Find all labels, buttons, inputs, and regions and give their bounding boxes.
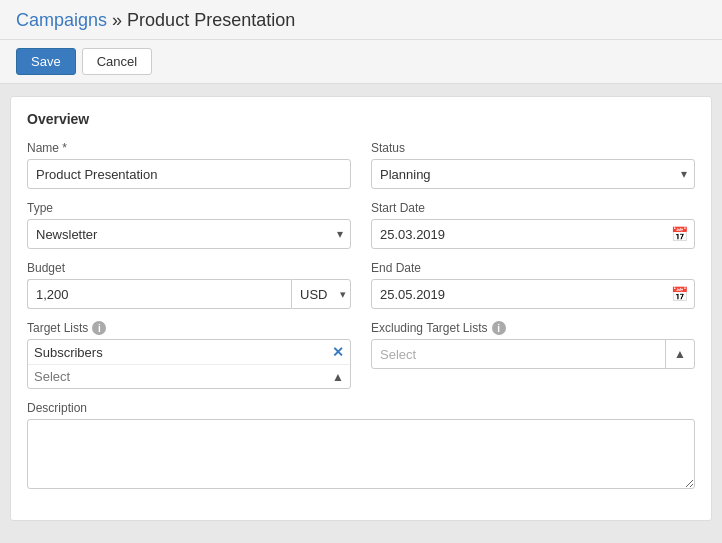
description-group: Description bbox=[27, 401, 695, 492]
target-lists-search-input[interactable] bbox=[34, 369, 332, 384]
target-lists-multi-select: Subscribers ✕ ▲ bbox=[27, 339, 351, 389]
end-date-calendar-icon[interactable]: 📅 bbox=[671, 286, 688, 302]
status-select[interactable]: Planning Active Inactive Completed bbox=[371, 159, 695, 189]
target-lists-input-row: ▲ bbox=[28, 365, 350, 388]
target-lists-group: Target Lists i Subscribers ✕ ▲ bbox=[27, 321, 351, 389]
excluding-target-lists-group: Excluding Target Lists i Select ▲ bbox=[371, 321, 695, 389]
description-label: Description bbox=[27, 401, 695, 415]
tag-label: Subscribers bbox=[34, 345, 103, 360]
cancel-button[interactable]: Cancel bbox=[82, 48, 152, 75]
start-date-group: Start Date 📅 bbox=[371, 201, 695, 249]
budget-group: Budget USD EUR GBP bbox=[27, 261, 351, 309]
breadcrumb-separator: » bbox=[112, 10, 127, 30]
breadcrumb-current: Product Presentation bbox=[127, 10, 295, 30]
budget-input[interactable] bbox=[27, 279, 291, 309]
save-button[interactable]: Save bbox=[16, 48, 76, 75]
end-date-wrapper: 📅 bbox=[371, 279, 695, 309]
toolbar: Save Cancel bbox=[0, 40, 722, 84]
target-lists-tag-subscribers: Subscribers bbox=[34, 345, 332, 360]
excluding-info-icon: i bbox=[492, 321, 506, 335]
description-textarea[interactable] bbox=[27, 419, 695, 489]
start-date-wrapper: 📅 bbox=[371, 219, 695, 249]
budget-label: Budget bbox=[27, 261, 351, 275]
status-label: Status bbox=[371, 141, 695, 155]
overview-card: Overview Name * Status Planning Active I… bbox=[10, 96, 712, 521]
excluding-single-select[interactable]: Select ▲ bbox=[371, 339, 695, 369]
target-lists-label: Target Lists i bbox=[27, 321, 351, 335]
budget-row: USD EUR GBP bbox=[27, 279, 351, 309]
excluding-select-placeholder: Select bbox=[372, 347, 665, 362]
type-group: Type Newsletter Email Social bbox=[27, 201, 351, 249]
name-group: Name * bbox=[27, 141, 351, 189]
page-header: Campaigns » Product Presentation bbox=[0, 0, 722, 40]
type-select-wrapper: Newsletter Email Social bbox=[27, 219, 351, 249]
start-date-label: Start Date bbox=[371, 201, 695, 215]
name-input[interactable] bbox=[27, 159, 351, 189]
start-date-calendar-icon[interactable]: 📅 bbox=[671, 226, 688, 242]
type-label: Type bbox=[27, 201, 351, 215]
end-date-input[interactable] bbox=[371, 279, 695, 309]
budget-currency-select[interactable]: USD EUR GBP bbox=[291, 279, 351, 309]
end-date-group: End Date 📅 bbox=[371, 261, 695, 309]
end-date-label: End Date bbox=[371, 261, 695, 275]
target-lists-toggle-icon[interactable]: ▲ bbox=[332, 370, 344, 384]
status-select-wrapper: Planning Active Inactive Completed bbox=[371, 159, 695, 189]
start-date-input[interactable] bbox=[371, 219, 695, 249]
target-lists-tag-row: Subscribers ✕ bbox=[28, 340, 350, 365]
status-group: Status Planning Active Inactive Complete… bbox=[371, 141, 695, 189]
excluding-target-lists-label: Excluding Target Lists i bbox=[371, 321, 695, 335]
target-lists-info-icon: i bbox=[92, 321, 106, 335]
breadcrumb-campaigns-link[interactable]: Campaigns bbox=[16, 10, 107, 30]
tag-remove-button[interactable]: ✕ bbox=[332, 344, 344, 360]
breadcrumb: Campaigns » Product Presentation bbox=[16, 10, 706, 31]
type-select[interactable]: Newsletter Email Social bbox=[27, 219, 351, 249]
budget-currency-wrapper: USD EUR GBP bbox=[291, 279, 351, 309]
card-title: Overview bbox=[27, 111, 695, 127]
name-label: Name * bbox=[27, 141, 351, 155]
excluding-toggle-icon[interactable]: ▲ bbox=[665, 340, 694, 368]
